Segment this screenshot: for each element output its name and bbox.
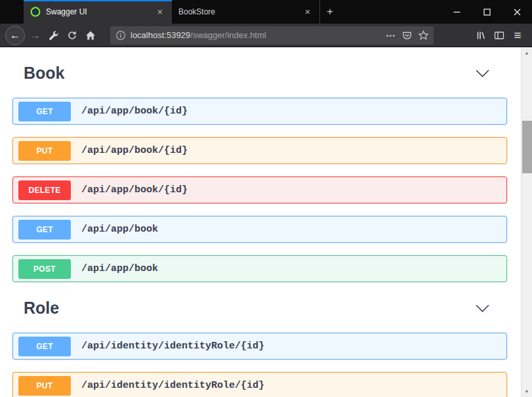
http-method-badge: POST bbox=[18, 259, 71, 279]
scrollbar-thumb[interactable] bbox=[522, 121, 532, 173]
scroll-up-arrow-icon[interactable]: ▲ bbox=[522, 47, 532, 58]
info-icon[interactable] bbox=[115, 30, 126, 41]
menu-button[interactable]: ≡ bbox=[508, 26, 527, 45]
titlebar-drag-space bbox=[0, 0, 24, 24]
tag-section-role[interactable]: Role bbox=[24, 299, 489, 318]
home-button[interactable] bbox=[81, 26, 100, 45]
endpoint-row[interactable]: POST /api/app/book bbox=[12, 255, 507, 282]
section-title: Role bbox=[24, 299, 59, 318]
endpoint-path: /api/app/book bbox=[81, 224, 158, 235]
wrench-button[interactable] bbox=[45, 26, 63, 45]
sidebar-toggle-button[interactable] bbox=[490, 26, 508, 45]
hamburger-menu-icon: ≡ bbox=[514, 28, 521, 43]
endpoint-row[interactable]: PUT /api/identity/identityRole/{id} bbox=[12, 372, 507, 397]
http-method-badge: GET bbox=[18, 102, 71, 121]
window-minimize-button[interactable] bbox=[441, 0, 472, 24]
http-method-badge: DELETE bbox=[18, 180, 71, 200]
forward-button[interactable]: → bbox=[26, 26, 45, 45]
pocket-icon bbox=[402, 30, 412, 40]
tab-close-icon[interactable]: × bbox=[301, 5, 314, 18]
tab-title: BookStore bbox=[178, 7, 301, 16]
chevron-down-icon[interactable] bbox=[476, 70, 489, 77]
endpoint-path: /api/app/book/{id} bbox=[81, 145, 188, 156]
swagger-logo-icon bbox=[30, 7, 41, 17]
back-arrow-icon: ← bbox=[10, 30, 20, 41]
endpoint-row[interactable]: GET /api/app/book bbox=[12, 216, 507, 243]
endpoint-row[interactable]: DELETE /api/app/book/{id} bbox=[12, 177, 507, 203]
endpoint-row[interactable]: GET /api/app/book/{id} bbox=[12, 98, 507, 125]
library-icon bbox=[476, 30, 486, 41]
bookmark-star-button[interactable] bbox=[419, 30, 428, 40]
url-text[interactable]: localhost:53929/swagger/index.html bbox=[131, 30, 379, 40]
browser-titlebar: Swagger UI × BookStore × + bbox=[0, 0, 532, 24]
refresh-icon bbox=[67, 30, 77, 41]
scroll-down-arrow-icon[interactable]: ▼ bbox=[522, 386, 532, 397]
url-path: /swagger/index.html bbox=[190, 30, 266, 40]
endpoint-path: /api/app/book/{id} bbox=[81, 184, 188, 196]
endpoint-path: /api/identity/identityRole/{id} bbox=[81, 380, 264, 391]
http-method-badge: PUT bbox=[18, 141, 71, 161]
window-maximize-button[interactable] bbox=[472, 0, 502, 24]
tab-bookstore[interactable]: BookStore × bbox=[172, 0, 320, 24]
sidebar-icon bbox=[494, 30, 504, 41]
titlebar-spacer bbox=[340, 0, 441, 24]
window-close-button[interactable] bbox=[502, 0, 532, 24]
forward-arrow-icon: → bbox=[30, 30, 41, 41]
http-method-badge: GET bbox=[18, 220, 71, 240]
browser-navbar: ← → localhost:53929/swagger/index.html •… bbox=[0, 24, 532, 47]
chevron-down-icon[interactable] bbox=[476, 304, 489, 312]
url-bar[interactable]: localhost:53929/swagger/index.html ••• bbox=[110, 26, 434, 45]
http-method-badge: GET bbox=[18, 337, 71, 356]
vertical-scrollbar[interactable]: ▲ ▼ bbox=[521, 47, 532, 397]
url-host: localhost:53929 bbox=[131, 30, 190, 40]
endpoint-path: /api/identity/identityRole/{id} bbox=[81, 341, 264, 352]
library-button[interactable] bbox=[472, 26, 490, 45]
endpoint-row[interactable]: PUT /api/app/book/{id} bbox=[12, 137, 507, 164]
new-tab-button[interactable]: + bbox=[320, 0, 340, 24]
page-actions-button[interactable]: ••• bbox=[386, 31, 396, 39]
star-icon bbox=[419, 30, 428, 40]
swagger-page: Book GET /api/app/book/{id} PUT /api/app… bbox=[0, 47, 521, 397]
tab-title: Swagger UI bbox=[46, 7, 153, 16]
endpoint-path: /api/app/book bbox=[81, 263, 158, 274]
home-icon bbox=[85, 30, 96, 41]
tab-swagger-ui[interactable]: Swagger UI × bbox=[24, 0, 172, 24]
pocket-button[interactable] bbox=[402, 30, 412, 40]
back-button[interactable]: ← bbox=[5, 26, 25, 45]
tag-section-book[interactable]: Book bbox=[24, 64, 489, 83]
section-title: Book bbox=[24, 64, 65, 83]
endpoint-row[interactable]: GET /api/identity/identityRole/{id} bbox=[12, 333, 507, 360]
tab-close-icon[interactable]: × bbox=[153, 5, 167, 18]
wrench-icon bbox=[49, 30, 59, 41]
http-method-badge: PUT bbox=[18, 376, 71, 396]
refresh-button[interactable] bbox=[63, 26, 81, 45]
endpoint-path: /api/app/book/{id} bbox=[81, 106, 188, 117]
